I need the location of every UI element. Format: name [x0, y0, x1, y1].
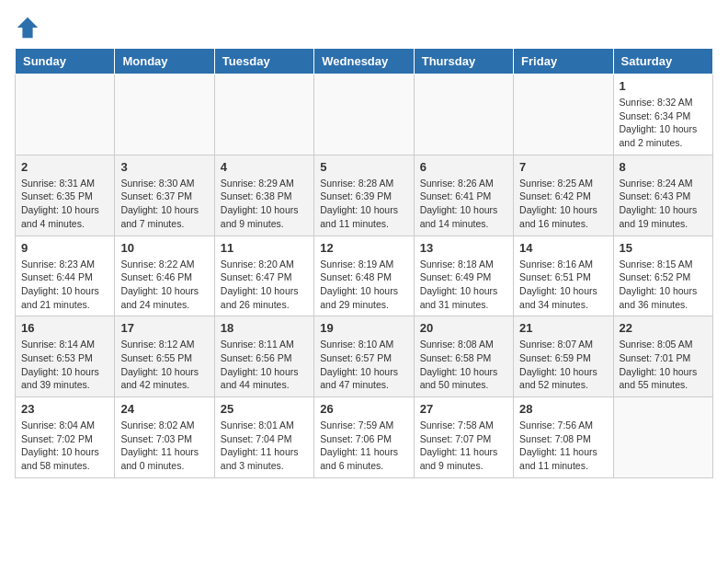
- calendar-day-cell: 18Sunrise: 8:11 AM Sunset: 6:56 PM Dayli…: [214, 316, 313, 397]
- day-info: Sunrise: 7:59 AM Sunset: 7:06 PM Dayligh…: [320, 419, 407, 473]
- calendar-day-cell: 27Sunrise: 7:58 AM Sunset: 7:07 PM Dayli…: [414, 397, 513, 478]
- day-number: 18: [221, 321, 308, 335]
- calendar-day-cell: [214, 75, 313, 155]
- calendar-day-cell: 14Sunrise: 8:16 AM Sunset: 6:51 PM Dayli…: [514, 236, 613, 316]
- calendar-day-cell: 11Sunrise: 8:20 AM Sunset: 6:47 PM Dayli…: [214, 236, 313, 316]
- day-info: Sunrise: 8:23 AM Sunset: 6:44 PM Dayligh…: [21, 258, 108, 312]
- day-info: Sunrise: 8:30 AM Sunset: 6:37 PM Dayligh…: [120, 177, 208, 231]
- day-info: Sunrise: 8:01 AM Sunset: 7:04 PM Dayligh…: [221, 419, 308, 473]
- day-number: 22: [620, 321, 707, 335]
- day-number: 15: [620, 241, 707, 255]
- day-info: Sunrise: 8:31 AM Sunset: 6:35 PM Dayligh…: [21, 177, 108, 231]
- calendar-day-cell: 22Sunrise: 8:05 AM Sunset: 7:01 PM Dayli…: [613, 316, 712, 397]
- day-number: 11: [221, 241, 308, 255]
- weekday-header: Tuesday: [214, 49, 313, 75]
- day-info: Sunrise: 8:15 AM Sunset: 6:52 PM Dayligh…: [620, 258, 707, 312]
- day-number: 10: [120, 241, 208, 255]
- calendar-day-cell: 7Sunrise: 8:25 AM Sunset: 6:42 PM Daylig…: [514, 155, 613, 236]
- calendar-day-cell: [414, 75, 513, 155]
- day-number: 12: [320, 241, 407, 255]
- day-number: 16: [21, 321, 108, 335]
- day-info: Sunrise: 8:14 AM Sunset: 6:53 PM Dayligh…: [21, 338, 108, 392]
- day-number: 5: [320, 160, 407, 174]
- calendar-week-row: 2Sunrise: 8:31 AM Sunset: 6:35 PM Daylig…: [16, 155, 713, 236]
- calendar-day-cell: [613, 397, 712, 478]
- day-number: 28: [519, 402, 607, 416]
- day-info: Sunrise: 8:32 AM Sunset: 6:34 PM Dayligh…: [620, 96, 707, 150]
- day-number: 27: [420, 402, 507, 416]
- calendar-day-cell: 2Sunrise: 8:31 AM Sunset: 6:35 PM Daylig…: [16, 155, 115, 236]
- svg-marker-0: [17, 17, 38, 38]
- calendar-day-cell: 17Sunrise: 8:12 AM Sunset: 6:55 PM Dayli…: [115, 316, 214, 397]
- calendar-day-cell: 4Sunrise: 8:29 AM Sunset: 6:38 PM Daylig…: [214, 155, 313, 236]
- day-info: Sunrise: 8:28 AM Sunset: 6:39 PM Dayligh…: [320, 177, 407, 231]
- logo: [15, 15, 44, 40]
- page-header: [15, 15, 713, 40]
- day-info: Sunrise: 8:05 AM Sunset: 7:01 PM Dayligh…: [620, 338, 707, 392]
- day-info: Sunrise: 8:10 AM Sunset: 6:57 PM Dayligh…: [320, 338, 407, 392]
- calendar-day-cell: 9Sunrise: 8:23 AM Sunset: 6:44 PM Daylig…: [16, 236, 115, 316]
- weekday-header: Friday: [514, 49, 613, 75]
- day-info: Sunrise: 8:11 AM Sunset: 6:56 PM Dayligh…: [221, 338, 308, 392]
- day-number: 26: [320, 402, 407, 416]
- day-number: 23: [21, 402, 108, 416]
- calendar-day-cell: 21Sunrise: 8:07 AM Sunset: 6:59 PM Dayli…: [514, 316, 613, 397]
- day-number: 6: [420, 160, 507, 174]
- day-info: Sunrise: 8:12 AM Sunset: 6:55 PM Dayligh…: [120, 338, 208, 392]
- day-number: 3: [120, 160, 208, 174]
- day-number: 24: [120, 402, 208, 416]
- day-info: Sunrise: 8:22 AM Sunset: 6:46 PM Dayligh…: [120, 258, 208, 312]
- day-number: 8: [620, 160, 707, 174]
- weekday-header: Saturday: [613, 49, 712, 75]
- day-info: Sunrise: 8:07 AM Sunset: 6:59 PM Dayligh…: [519, 338, 607, 392]
- day-number: 9: [21, 241, 108, 255]
- day-info: Sunrise: 8:18 AM Sunset: 6:49 PM Dayligh…: [420, 258, 507, 312]
- day-number: 19: [320, 321, 407, 335]
- day-number: 1: [620, 79, 707, 93]
- calendar-day-cell: [514, 75, 613, 155]
- day-info: Sunrise: 8:20 AM Sunset: 6:47 PM Dayligh…: [221, 258, 308, 312]
- calendar-table: SundayMondayTuesdayWednesdayThursdayFrid…: [15, 48, 713, 478]
- calendar-week-row: 23Sunrise: 8:04 AM Sunset: 7:02 PM Dayli…: [16, 397, 713, 478]
- logo-icon: [15, 15, 40, 40]
- weekday-header: Wednesday: [314, 49, 414, 75]
- calendar-week-row: 9Sunrise: 8:23 AM Sunset: 6:44 PM Daylig…: [16, 236, 713, 316]
- calendar-day-cell: 15Sunrise: 8:15 AM Sunset: 6:52 PM Dayli…: [613, 236, 712, 316]
- calendar-day-cell: 8Sunrise: 8:24 AM Sunset: 6:43 PM Daylig…: [613, 155, 712, 236]
- day-number: 20: [420, 321, 507, 335]
- day-info: Sunrise: 8:25 AM Sunset: 6:42 PM Dayligh…: [519, 177, 607, 231]
- weekday-header: Sunday: [16, 49, 115, 75]
- weekday-header: Thursday: [414, 49, 513, 75]
- day-info: Sunrise: 8:08 AM Sunset: 6:58 PM Dayligh…: [420, 338, 507, 392]
- day-info: Sunrise: 8:19 AM Sunset: 6:48 PM Dayligh…: [320, 258, 407, 312]
- day-number: 2: [21, 160, 108, 174]
- calendar-day-cell: 10Sunrise: 8:22 AM Sunset: 6:46 PM Dayli…: [115, 236, 214, 316]
- calendar-day-cell: 5Sunrise: 8:28 AM Sunset: 6:39 PM Daylig…: [314, 155, 414, 236]
- day-info: Sunrise: 8:24 AM Sunset: 6:43 PM Dayligh…: [620, 177, 707, 231]
- day-number: 21: [519, 321, 607, 335]
- day-number: 13: [420, 241, 507, 255]
- calendar-day-cell: 19Sunrise: 8:10 AM Sunset: 6:57 PM Dayli…: [314, 316, 414, 397]
- calendar-day-cell: 26Sunrise: 7:59 AM Sunset: 7:06 PM Dayli…: [314, 397, 414, 478]
- day-info: Sunrise: 7:56 AM Sunset: 7:08 PM Dayligh…: [519, 419, 607, 473]
- calendar-week-row: 16Sunrise: 8:14 AM Sunset: 6:53 PM Dayli…: [16, 316, 713, 397]
- day-number: 4: [221, 160, 308, 174]
- weekday-header: Monday: [115, 49, 214, 75]
- calendar-day-cell: [16, 75, 115, 155]
- calendar-day-cell: 16Sunrise: 8:14 AM Sunset: 6:53 PM Dayli…: [16, 316, 115, 397]
- calendar-day-cell: 23Sunrise: 8:04 AM Sunset: 7:02 PM Dayli…: [16, 397, 115, 478]
- calendar-day-cell: [115, 75, 214, 155]
- calendar-day-cell: 1Sunrise: 8:32 AM Sunset: 6:34 PM Daylig…: [613, 75, 712, 155]
- calendar-day-cell: 25Sunrise: 8:01 AM Sunset: 7:04 PM Dayli…: [214, 397, 313, 478]
- calendar-week-row: 1Sunrise: 8:32 AM Sunset: 6:34 PM Daylig…: [16, 75, 713, 155]
- calendar-day-cell: 13Sunrise: 8:18 AM Sunset: 6:49 PM Dayli…: [414, 236, 513, 316]
- day-info: Sunrise: 8:16 AM Sunset: 6:51 PM Dayligh…: [519, 258, 607, 312]
- day-info: Sunrise: 8:04 AM Sunset: 7:02 PM Dayligh…: [21, 419, 108, 473]
- day-info: Sunrise: 8:02 AM Sunset: 7:03 PM Dayligh…: [120, 419, 208, 473]
- day-number: 25: [221, 402, 308, 416]
- calendar-day-cell: 12Sunrise: 8:19 AM Sunset: 6:48 PM Dayli…: [314, 236, 414, 316]
- day-number: 17: [120, 321, 208, 335]
- day-info: Sunrise: 7:58 AM Sunset: 7:07 PM Dayligh…: [420, 419, 507, 473]
- calendar-day-cell: 6Sunrise: 8:26 AM Sunset: 6:41 PM Daylig…: [414, 155, 513, 236]
- calendar-day-cell: 28Sunrise: 7:56 AM Sunset: 7:08 PM Dayli…: [514, 397, 613, 478]
